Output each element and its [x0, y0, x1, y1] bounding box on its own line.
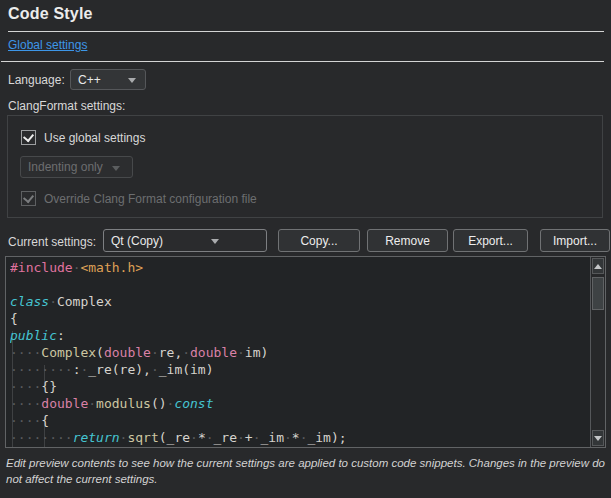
use-global-settings-checkbox[interactable]: Use global settings: [21, 130, 145, 145]
checkbox-box[interactable]: [21, 130, 36, 145]
global-settings-link[interactable]: Global settings: [8, 38, 87, 52]
arrow-up-icon: [594, 264, 602, 269]
code-line: #include·<math.h>: [10, 259, 589, 276]
code-line: [10, 276, 589, 293]
code-line: ····double·modulus()·const: [10, 395, 589, 412]
chevron-down-icon: [112, 166, 120, 171]
chevron-down-icon: [211, 239, 219, 244]
code-line: ····Complex(double·re,·double·im): [10, 344, 589, 361]
code-line: class·Complex: [10, 293, 589, 310]
remove-button[interactable]: Remove: [367, 229, 448, 252]
export-button[interactable]: Export...: [453, 229, 528, 252]
code-line: ········return·sqrt(_re·*·_re·+·_im·*·_i…: [10, 429, 589, 446]
clangformat-section-label: ClangFormat settings:: [8, 99, 125, 113]
scrollbar-up-button[interactable]: [592, 258, 604, 274]
language-combobox[interactable]: C++: [70, 69, 146, 90]
code-line: ····{: [10, 412, 589, 429]
scrollbar-down-button[interactable]: [592, 430, 604, 446]
use-global-settings-label: Use global settings: [44, 131, 145, 145]
link-separator: [1, 61, 604, 62]
code-line: {: [10, 310, 589, 327]
language-combobox-value: C++: [78, 73, 101, 87]
chevron-down-icon: [128, 78, 136, 83]
code-line: ····{}: [10, 378, 589, 395]
language-label: Language:: [8, 73, 65, 87]
page-title: Code Style: [8, 5, 93, 23]
scrollbar-thumb[interactable]: [592, 277, 604, 310]
clangformat-mode-value: Indenting only: [28, 160, 103, 174]
code-style-settings-page: Code Style Global settings Language: C++…: [0, 0, 611, 498]
clangformat-mode-combobox: Indenting only: [20, 156, 133, 178]
checkmark-icon: [23, 192, 34, 203]
copy-button[interactable]: Copy...: [278, 229, 360, 252]
code-preview-editor[interactable]: #include·<math.h> class·Complex{public:·…: [5, 256, 606, 448]
checkbox-box: [21, 191, 36, 206]
editor-scrollbar[interactable]: [590, 257, 605, 447]
code-line: ········:·_re(re),·_im(im): [10, 361, 589, 378]
current-settings-value: Qt (Copy): [111, 234, 163, 248]
checkmark-icon: [23, 131, 34, 142]
override-config-checkbox: Override Clang Format configuration file: [21, 191, 257, 206]
preview-hint-text: Edit preview contents to see how the cur…: [6, 456, 606, 487]
code-lines[interactable]: #include·<math.h> class·Complex{public:·…: [10, 259, 589, 447]
import-button[interactable]: Import...: [540, 229, 610, 252]
override-config-label: Override Clang Format configuration file: [44, 192, 257, 206]
arrow-down-icon: [594, 436, 602, 441]
current-settings-combobox[interactable]: Qt (Copy): [103, 229, 267, 252]
title-separator: [8, 31, 604, 32]
code-line: public:: [10, 327, 589, 344]
current-settings-label: Current settings:: [8, 235, 96, 249]
